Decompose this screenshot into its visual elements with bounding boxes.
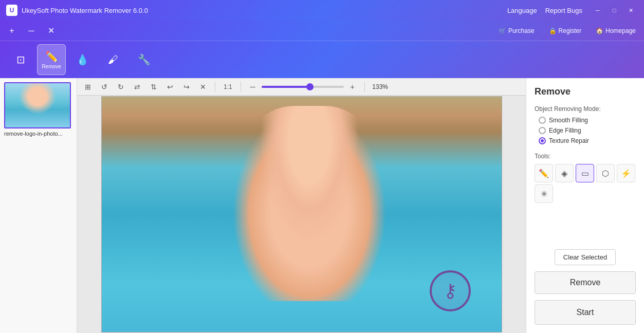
tools-label: Tools: — [535, 153, 636, 160]
watermark-overlay: ⚷ — [430, 270, 471, 311]
nav-right: 🛒 Purchase 🔒 Register 🏠 Homepage — [494, 25, 640, 36]
picker-icon: 🔧 — [138, 53, 151, 66]
remove-button[interactable]: Remove — [535, 271, 636, 294]
title-actions: Language Report Bugs — [507, 7, 582, 14]
canvas-toolbar: ⊞ ↺ ↻ ⇄ ⇅ ↩ ↪ ✕ 1:1 ─ + 133% — [77, 78, 526, 96]
brush-tool-button[interactable]: 🖌 — [99, 44, 127, 75]
sidebar-left: remove-logo-in-photo... — [0, 78, 77, 333]
magic-tool-button[interactable]: ⚡ — [617, 164, 635, 182]
tools-grid: ✏️ ◈ ▭ ⬡ ⚡ ✳ — [535, 164, 636, 203]
picker-tool-button[interactable]: 🔧 — [130, 44, 158, 75]
register-label: Register — [559, 27, 582, 34]
app-title: UkeySoft Photo Watermark Remover 6.0.0 — [22, 7, 507, 14]
home-icon: 🏠 — [596, 27, 603, 34]
maximize-button[interactable]: □ — [607, 5, 621, 16]
clear-selected-button[interactable]: Clear Selected — [555, 249, 616, 265]
report-bugs-link[interactable]: Report Bugs — [545, 7, 582, 14]
fill-tool-button[interactable]: 💧 — [68, 44, 97, 75]
zoom-out-button[interactable]: ─ — [246, 80, 260, 94]
crop-icon: ⊡ — [16, 53, 25, 66]
homepage-link[interactable]: 🏠 Homepage — [592, 25, 640, 36]
smooth-filling-radio[interactable] — [539, 117, 546, 124]
tools-section: Tools: ✏️ ◈ ▭ ⬡ ⚡ ✳ — [535, 153, 636, 203]
lock-icon: 🔒 — [549, 27, 557, 34]
edge-filling-option[interactable]: Edge Filling — [539, 127, 636, 134]
flip-h-button[interactable]: ⇄ — [131, 80, 144, 94]
person-silhouette — [232, 106, 387, 301]
window-controls: ─ □ ✕ — [591, 5, 638, 16]
fill-icon: 💧 — [76, 53, 89, 66]
texture-repair-radio[interactable] — [539, 137, 546, 144]
zoom-slider-container: ─ + — [246, 80, 359, 94]
brush-icon: 🖌 — [108, 54, 118, 66]
radio-group: Smooth Filling Edge Filling Texture Repa… — [535, 117, 636, 144]
redo-button[interactable]: ↪ — [180, 80, 193, 94]
remove-tool-label: Remove — [42, 64, 61, 69]
canvas-area: ⊞ ↺ ↻ ⇄ ⇅ ↩ ↪ ✕ 1:1 ─ + 133% — [77, 78, 526, 333]
app-icon: U — [6, 5, 17, 16]
nav-bar: + ─ ✕ 🛒 Purchase 🔒 Register 🏠 Homepage — [0, 21, 644, 41]
start-button[interactable]: Start — [535, 300, 636, 325]
pencil-tool-button[interactable]: ✏️ — [535, 164, 553, 182]
right-panel: Remove Object Removing Mode: Smooth Fill… — [526, 78, 644, 333]
zoom-ratio-label: 1:1 — [220, 83, 235, 90]
zoom-percent-label: 133% — [370, 83, 391, 90]
nav-minimize-button[interactable]: ─ — [24, 23, 39, 39]
panel-spacer — [535, 209, 636, 243]
cancel-button[interactable]: ✕ — [196, 80, 210, 94]
toolbar-separator — [215, 82, 215, 92]
zoom-slider[interactable] — [262, 86, 344, 88]
tool-bar: ⊡ ✏️ Remove 💧 🖌 🔧 — [0, 41, 644, 78]
watermark-symbol: ⚷ — [444, 280, 457, 302]
move-tool-button[interactable]: ⊞ — [81, 80, 95, 94]
nav-close-button[interactable]: ✕ — [43, 23, 59, 39]
rotate-left-button[interactable]: ↺ — [98, 80, 111, 94]
rotate-right-button[interactable]: ↻ — [114, 80, 127, 94]
zoom-in-button[interactable]: + — [346, 80, 359, 94]
watermark-circle: ⚷ — [430, 270, 471, 311]
smooth-filling-label: Smooth Filling — [549, 117, 588, 124]
smooth-filling-option[interactable]: Smooth Filling — [539, 117, 636, 124]
polygon-tool-button[interactable]: ⬡ — [596, 164, 615, 182]
edge-filling-radio[interactable] — [539, 127, 546, 134]
remove-icon: ✏️ — [45, 50, 58, 63]
undo-button[interactable]: ↩ — [163, 80, 177, 94]
register-link[interactable]: 🔒 Register — [545, 25, 586, 36]
toolbar-separator-2 — [241, 82, 241, 92]
remove-tool-button[interactable]: ✏️ Remove — [37, 44, 66, 75]
thumbnail-image — [4, 82, 71, 128]
main-area: remove-logo-in-photo... ⊞ ↺ ↻ ⇄ ⇅ ↩ ↪ ✕ … — [0, 78, 644, 333]
flip-v-button[interactable]: ⇅ — [147, 80, 160, 94]
homepage-label: Homepage — [605, 27, 636, 34]
thumbnail-preview — [5, 83, 70, 127]
removing-mode-label: Object Removing Mode: — [535, 105, 636, 113]
panel-title: Remove — [535, 86, 636, 97]
photo-display[interactable]: ⚷ — [101, 96, 502, 332]
title-bar: U UkeySoft Photo Watermark Remover 6.0.0… — [0, 0, 644, 21]
removing-mode-section: Object Removing Mode: Smooth Filling Edg… — [535, 105, 636, 144]
toolbar-separator-3 — [364, 82, 365, 92]
nav-left: + ─ ✕ — [4, 23, 59, 39]
radio-dot — [541, 139, 544, 142]
eraser-tool-button[interactable]: ◈ — [555, 164, 574, 182]
texture-repair-option[interactable]: Texture Repair — [539, 137, 636, 144]
cart-icon: 🛒 — [499, 27, 506, 34]
purchase-label: Purchase — [508, 27, 535, 34]
minimize-button[interactable]: ─ — [591, 5, 605, 16]
close-button[interactable]: ✕ — [623, 5, 638, 16]
thumbnail-item[interactable]: remove-logo-in-photo... — [4, 82, 71, 137]
language-link[interactable]: Language — [507, 7, 537, 14]
texture-repair-label: Texture Repair — [549, 137, 589, 144]
select-tool-button[interactable]: ✳ — [535, 184, 553, 203]
rect-tool-button[interactable]: ▭ — [576, 164, 594, 182]
thumbnail-label: remove-logo-in-photo... — [4, 131, 71, 137]
purchase-link[interactable]: 🛒 Purchase — [494, 25, 539, 36]
crop-tool-button[interactable]: ⊡ — [6, 44, 35, 75]
edge-filling-label: Edge Filling — [549, 127, 581, 134]
canvas-content[interactable]: ⚷ — [77, 96, 526, 333]
add-file-button[interactable]: + — [4, 23, 20, 39]
